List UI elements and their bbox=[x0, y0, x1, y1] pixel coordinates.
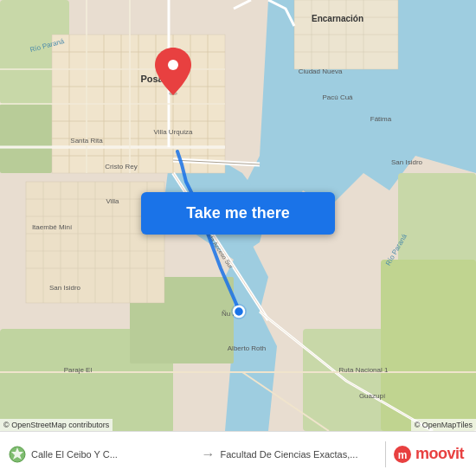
origin-label: Calle El Ceibo Y C... bbox=[31, 449, 118, 460]
destination-label-cell: Facultad De Ciencias Exactas,... bbox=[221, 449, 386, 460]
origin-label-cell: Calle El Ceibo Y C... bbox=[26, 449, 196, 460]
svg-text:Villa: Villa bbox=[106, 197, 120, 205]
app: Encarnación Posadas Ciudad Nueva Pacú Cu… bbox=[0, 0, 476, 476]
map-copyright: © OpenStreetMap contributors bbox=[0, 419, 113, 431]
svg-text:Cristo Rey: Cristo Rey bbox=[105, 163, 137, 170]
map-tiles-credit: © OpenMapTiles bbox=[411, 419, 476, 431]
svg-text:m: m bbox=[398, 449, 408, 461]
svg-rect-7 bbox=[381, 260, 476, 431]
route-arrow-icon: → bbox=[196, 447, 221, 462]
moovit-logo: m moovit bbox=[386, 445, 467, 464]
svg-text:Villa Urquiza: Villa Urquiza bbox=[154, 128, 193, 136]
svg-text:Encarnación: Encarnación bbox=[312, 14, 363, 23]
svg-point-69 bbox=[168, 60, 178, 70]
svg-text:Ruta Nacional 1: Ruta Nacional 1 bbox=[339, 366, 389, 374]
svg-text:Itaembé Miní: Itaembé Miní bbox=[32, 223, 73, 231]
destination-label: Facultad De Ciencias Exactas,... bbox=[221, 449, 358, 460]
svg-text:Ciudad Nueva: Ciudad Nueva bbox=[299, 68, 343, 75]
svg-text:Guazupí: Guazupí bbox=[359, 392, 386, 400]
take-me-there-button[interactable]: Take me there bbox=[141, 192, 335, 235]
osm-logo bbox=[9, 446, 26, 463]
svg-text:San Isidro: San Isidro bbox=[391, 158, 423, 166]
svg-text:Paraje El: Paraje El bbox=[64, 366, 93, 374]
svg-text:Pacú Cuá: Pacú Cuá bbox=[322, 93, 353, 101]
map-container: Encarnación Posadas Ciudad Nueva Pacú Cu… bbox=[0, 0, 476, 431]
moovit-text: moovit bbox=[415, 445, 464, 463]
svg-text:San Isidro: San Isidro bbox=[49, 284, 81, 292]
svg-text:Fátima: Fátima bbox=[370, 115, 392, 123]
svg-text:Santa Rita: Santa Rita bbox=[70, 137, 103, 145]
svg-point-67 bbox=[234, 306, 244, 317]
svg-rect-2 bbox=[0, 104, 52, 173]
bottom-bar: Calle El Ceibo Y C... → Facultad De Cien… bbox=[0, 431, 476, 476]
svg-text:Alberto Roth: Alberto Roth bbox=[228, 344, 266, 352]
